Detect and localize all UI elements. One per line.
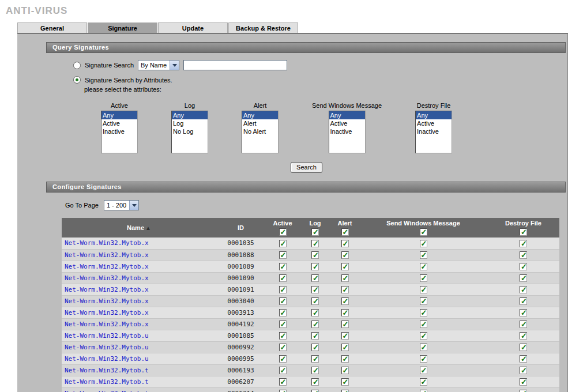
active-checkbox[interactable] (279, 286, 287, 293)
signature-name-link[interactable]: Net-Worm.Win32.Mytob.x (65, 263, 149, 270)
send-windows-message-checkbox[interactable] (420, 309, 427, 316)
listbox-option[interactable]: Log (172, 119, 208, 127)
log-checkbox[interactable] (311, 309, 319, 316)
active-checkbox[interactable] (279, 355, 287, 363)
listbox-option[interactable]: Any (172, 111, 208, 119)
chevron-down-icon[interactable] (170, 61, 179, 70)
send-windows-message-checkbox[interactable] (341, 367, 349, 374)
destroy-file-checkbox[interactable] (520, 367, 527, 374)
destroy-file-checkbox[interactable] (520, 297, 527, 305)
listbox-option[interactable]: No Log (172, 127, 208, 135)
chevron-down-icon[interactable] (129, 201, 138, 210)
destroy-file-checkbox[interactable] (520, 390, 527, 392)
signature-name-link[interactable]: Net-Worm.Win32.Mytob.x (65, 309, 149, 316)
signature-name-link[interactable]: Net-Worm.Win32.Mytob.x (65, 239, 149, 247)
send-windows-message-checkbox[interactable] (420, 355, 427, 363)
listbox[interactable]: AnyLogNo Log (171, 111, 208, 153)
active-checkbox[interactable] (279, 367, 287, 374)
destroy-file-checkbox[interactable] (520, 286, 527, 293)
signature-name-link[interactable]: Net-Worm.Win32.Mytob.u (65, 332, 149, 340)
send-windows-message-checkbox[interactable] (420, 390, 427, 392)
log-checkbox[interactable] (311, 274, 319, 282)
signature-name-link[interactable]: Net-Worm.Win32.Mytob.x (65, 321, 149, 328)
send-windows-message-checkbox[interactable] (341, 321, 349, 328)
tab-signature[interactable]: Signature (88, 22, 157, 33)
send-windows-message-checkbox[interactable] (420, 286, 427, 293)
signature-search-input[interactable] (183, 60, 287, 70)
select-all-alert-checkbox[interactable] (341, 228, 349, 236)
listbox-option[interactable]: Any (242, 111, 278, 119)
log-checkbox[interactable] (311, 367, 319, 374)
listbox-option[interactable]: Any (329, 111, 365, 119)
search-button[interactable]: Search (291, 162, 322, 173)
listbox-option[interactable]: Any (101, 111, 137, 119)
destroy-file-checkbox[interactable] (520, 263, 527, 270)
tab-general[interactable]: General (17, 22, 87, 33)
column-header-id[interactable]: ID (216, 218, 265, 238)
send-windows-message-checkbox[interactable] (341, 309, 349, 316)
select-all-destroy-checkbox[interactable] (520, 228, 527, 236)
send-windows-message-checkbox[interactable] (341, 390, 349, 392)
select-all-log-checkbox[interactable] (311, 228, 319, 236)
active-checkbox[interactable] (279, 378, 287, 386)
active-checkbox[interactable] (279, 251, 287, 259)
signature-name-link[interactable]: Net-Worm.Win32.Mytob.x (65, 297, 149, 305)
listbox-option[interactable]: Inactive (329, 127, 365, 135)
send-windows-message-checkbox[interactable] (341, 355, 349, 363)
tab-update[interactable]: Update (158, 22, 228, 33)
destroy-file-checkbox[interactable] (520, 332, 527, 340)
attributes-search-radio[interactable] (73, 76, 81, 84)
log-checkbox[interactable] (311, 286, 319, 293)
active-checkbox[interactable] (279, 297, 287, 305)
log-checkbox[interactable] (311, 321, 319, 328)
listbox-option[interactable]: Inactive (416, 127, 452, 135)
destroy-file-checkbox[interactable] (520, 309, 527, 316)
send-windows-message-checkbox[interactable] (341, 332, 349, 340)
active-checkbox[interactable] (279, 344, 287, 351)
listbox-option[interactable]: Active (329, 119, 365, 127)
send-windows-message-checkbox[interactable] (420, 344, 427, 351)
listbox-option[interactable]: Active (101, 119, 137, 127)
listbox-option[interactable]: No Alert (242, 127, 278, 135)
send-windows-message-checkbox[interactable] (420, 332, 427, 340)
listbox[interactable]: AnyActiveInactive (329, 111, 366, 153)
destroy-file-checkbox[interactable] (520, 321, 527, 328)
signature-name-link[interactable]: Net-Worm.Win32.Mytob.t (65, 367, 149, 374)
destroy-file-checkbox[interactable] (520, 274, 527, 282)
log-checkbox[interactable] (311, 355, 319, 363)
send-windows-message-checkbox[interactable] (341, 274, 349, 282)
send-windows-message-checkbox[interactable] (420, 263, 427, 270)
active-checkbox[interactable] (279, 321, 287, 328)
destroy-file-checkbox[interactable] (520, 378, 527, 386)
active-checkbox[interactable] (279, 332, 287, 340)
log-checkbox[interactable] (311, 344, 319, 351)
send-windows-message-checkbox[interactable] (341, 344, 349, 351)
log-checkbox[interactable] (311, 390, 319, 392)
log-checkbox[interactable] (311, 332, 319, 340)
active-checkbox[interactable] (279, 274, 287, 282)
destroy-file-checkbox[interactable] (520, 355, 527, 363)
listbox-option[interactable]: Inactive (101, 127, 137, 135)
signature-search-radio[interactable] (73, 62, 81, 69)
send-windows-message-checkbox[interactable] (341, 240, 349, 247)
send-windows-message-checkbox[interactable] (341, 263, 349, 270)
send-windows-message-checkbox[interactable] (420, 378, 427, 386)
destroy-file-checkbox[interactable] (520, 240, 527, 247)
listbox-option[interactable]: Any (416, 111, 452, 119)
go-to-page-select[interactable]: 1 - 200 (104, 200, 139, 210)
send-windows-message-checkbox[interactable] (420, 274, 427, 282)
signature-name-link[interactable]: Net-Worm.Win32.Mytob.u (65, 344, 149, 351)
listbox[interactable]: AnyActiveInactive (101, 111, 138, 153)
listbox[interactable]: AnyAlertNo Alert (242, 111, 279, 153)
log-checkbox[interactable] (311, 251, 319, 259)
log-checkbox[interactable] (311, 240, 319, 247)
active-checkbox[interactable] (279, 263, 287, 270)
log-checkbox[interactable] (311, 378, 319, 386)
send-windows-message-checkbox[interactable] (420, 297, 427, 305)
active-checkbox[interactable] (279, 390, 287, 392)
log-checkbox[interactable] (311, 297, 319, 305)
send-windows-message-checkbox[interactable] (341, 378, 349, 386)
send-windows-message-checkbox[interactable] (420, 251, 427, 259)
signature-name-link[interactable]: Net-Worm.Win32.Mytob.u (65, 355, 149, 363)
destroy-file-checkbox[interactable] (520, 344, 527, 351)
